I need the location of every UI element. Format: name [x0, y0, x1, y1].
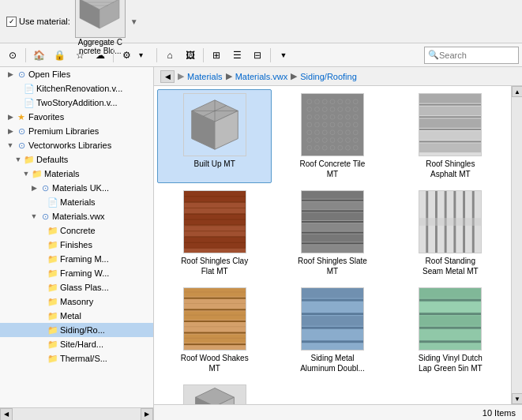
tree-item-materials-vwx[interactable]: ▼ ⊙ Materials.vwx — [0, 209, 153, 223]
svg-rect-136 — [419, 330, 481, 340]
toolbar-btn-list-view[interactable]: ☰ — [227, 47, 246, 64]
status-bar: 10 Items — [154, 404, 522, 420]
grid-item-builtup[interactable]: Built Up MT — [157, 89, 272, 183]
grid-item-shingles-clay[interactable]: Roof Shingles Clay Flat MT — [157, 186, 272, 280]
grid-label-concrete-tile: Roof Concrete Tile MT — [297, 159, 368, 179]
tree-arrow: ▼ — [6, 141, 14, 149]
toolbar-btn-cloud[interactable]: ☁ — [91, 47, 110, 64]
toolbar-btn-home2[interactable]: ⌂ — [160, 47, 179, 64]
hscroll-left-btn[interactable]: ◀ — [0, 408, 13, 421]
hscroll-track[interactable] — [13, 408, 141, 420]
tree-label: Framing W... — [60, 268, 109, 278]
svg-rect-103 — [419, 218, 481, 226]
toolbar-btn-lock[interactable]: 🔒 — [50, 47, 69, 64]
tree-label: Open Files — [28, 69, 70, 79]
grid-item-siding-vinyl[interactable]: Siding Vinyl Dutch Lap Green 5in MT — [393, 283, 508, 377]
vw-libraries-icon: ⊙ — [16, 140, 27, 151]
svg-rect-114 — [184, 343, 246, 345]
grid-item-wood-shakes[interactable]: Roof Wood Shakes MT — [157, 283, 272, 377]
tree-arrow: ▶ — [6, 113, 14, 121]
toolbar-btn-settings[interactable]: ⚙ — [117, 47, 136, 64]
toolbar-btn-detail-view[interactable]: ⊟ — [248, 47, 267, 64]
premium-icon: ⊙ — [16, 126, 27, 137]
svg-rect-130 — [419, 288, 481, 298]
toolbar-btn-image-view[interactable]: 🖼 — [181, 47, 200, 64]
tree-item-framing-m[interactable]: 📁 Framing M... — [0, 252, 153, 266]
tree-item-materials-uk-file[interactable]: 📄 Materials — [0, 195, 153, 209]
tree-item-materials-uk[interactable]: ▶ ⊙ Materials UK... — [0, 181, 153, 195]
vscroll-track[interactable] — [512, 97, 522, 393]
svg-rect-86 — [302, 200, 363, 201]
grid-item-partial[interactable] — [157, 381, 272, 404]
svg-rect-65 — [419, 104, 481, 106]
tree-item-premium[interactable]: ▶ ⊙ Premium Libraries — [0, 124, 153, 138]
tree-item-finishes[interactable]: 📁 Finishes — [0, 238, 153, 252]
search-input[interactable] — [439, 51, 515, 60]
open-files-icon: ⊙ — [16, 69, 27, 80]
tree-label: KitchenRenovation.v... — [36, 84, 122, 93]
toolbar-btn-grid-view[interactable]: ⊞ — [207, 47, 226, 64]
left-hscrollbar: ◀ ▶ — [0, 407, 153, 420]
vscroll-down-btn[interactable]: ▼ — [512, 393, 522, 404]
tree-item-masonry[interactable]: 📁 Masonry — [0, 294, 153, 309]
breadcrumb-siding-roofing[interactable]: Siding/Roofing — [300, 72, 357, 81]
svg-rect-108 — [184, 309, 246, 310]
tree-arrow: ▼ — [30, 212, 38, 220]
tree-item-metal[interactable]: 📁 Metal — [0, 309, 153, 323]
material-dropdown-arrow[interactable]: ▼ — [130, 17, 138, 26]
tree-item-site[interactable]: 📁 Site/Hard... — [0, 337, 153, 351]
vscroll-up-btn[interactable]: ▲ — [512, 86, 522, 97]
svg-rect-87 — [302, 202, 363, 210]
toolbar-btn-library[interactable]: 🏠 — [29, 47, 48, 64]
folder-icon: 📁 — [47, 253, 58, 264]
grid-item-standing-seam[interactable]: Roof Standing Seam Metal MT — [393, 186, 508, 280]
svg-rect-113 — [184, 335, 246, 343]
svg-rect-137 — [419, 340, 481, 343]
tree-item-concrete[interactable]: 📁 Concrete — [0, 223, 153, 238]
hscroll-right-btn[interactable]: ▶ — [141, 408, 153, 421]
tree-arrow — [38, 298, 46, 306]
tree-arrow: ▼ — [22, 170, 30, 178]
lock-icon: 🔒 — [54, 50, 66, 61]
breadcrumb-materials[interactable]: Materials — [187, 72, 223, 81]
material-preview[interactable] — [75, 0, 126, 38]
toolbar: ⊙ 🏠 🔒 ☆ ☁ ⚙ ▾ ⌂ 🖼 ⊞ ☰ ⊟ ▼ 🔍 — [0, 43, 522, 67]
tree-item-materials-parent[interactable]: ▼ 📁 Materials — [0, 167, 153, 181]
tree-arrow — [38, 283, 46, 291]
tree-item-defaults[interactable]: ▼ 📁 Defaults — [0, 152, 153, 167]
grid-item-shingles-slate[interactable]: Roof Shingles Slate MT — [275, 186, 389, 280]
breadcrumb-materials-vwx[interactable]: Materials.vwx — [235, 72, 288, 81]
breadcrumb-sep3: ▶ — [291, 71, 297, 81]
toolbar-btn-star[interactable]: ☆ — [70, 47, 89, 64]
grid-item-shingles-asphalt[interactable]: Roof Shingles Asphalt MT — [393, 89, 508, 183]
toolbar-btn-home[interactable]: ⊙ — [3, 47, 22, 64]
use-material-checkbox[interactable]: ✓ — [6, 17, 17, 27]
grid-label-shingles-clay: Roof Shingles Clay Flat MT — [179, 256, 250, 276]
svg-rect-127 — [302, 330, 363, 340]
tree-item-siding-roofing[interactable]: 📁 Siding/Ro... — [0, 323, 153, 337]
tree-item-open-files[interactable]: ▶ ⊙ Open Files — [0, 67, 153, 81]
grid-label-shingles-asphalt: Roof Shingles Asphalt MT — [415, 159, 486, 179]
svg-rect-72 — [419, 143, 481, 152]
folder-icon: 📁 — [32, 168, 43, 179]
svg-rect-92 — [302, 232, 363, 234]
tree-item-glass[interactable]: 📁 Glass Plas... — [0, 280, 153, 294]
breadcrumb-sep2: ▶ — [226, 71, 232, 81]
tree-item-framing-w[interactable]: 📁 Framing W... — [0, 266, 153, 280]
tree-item-kitchen[interactable]: 📄 KitchenRenovation.v... — [0, 81, 153, 96]
tree-item-thermal[interactable]: 📁 Thermal/S... — [0, 351, 153, 366]
svg-rect-93 — [302, 234, 363, 242]
grid-thumb-concrete-tile — [301, 93, 364, 156]
tree-item-vw-libraries[interactable]: ▼ ⊙ Vectorworks Libraries — [0, 138, 153, 152]
tree-arrow — [38, 340, 46, 348]
home2-icon: ⌂ — [167, 50, 172, 61]
tree-label: Concrete — [60, 226, 96, 235]
breadcrumb-back-btn[interactable]: ◀ — [160, 70, 175, 83]
toolbar-btn-sort[interactable]: ▼ — [274, 47, 293, 64]
grid-item-concrete-tile[interactable]: Roof Concrete Tile MT — [275, 89, 389, 183]
grid-label-wood-shakes: Roof Wood Shakes MT — [179, 353, 250, 373]
star-icon: ☆ — [76, 50, 84, 61]
tree-item-favorites[interactable]: ▶ ★ Favorites — [0, 110, 153, 124]
grid-item-siding-metal[interactable]: Siding Metal Aluminum Doubl... — [275, 283, 389, 377]
tree-item-twostory[interactable]: 📄 TwoStoryAddition.v... — [0, 96, 153, 110]
